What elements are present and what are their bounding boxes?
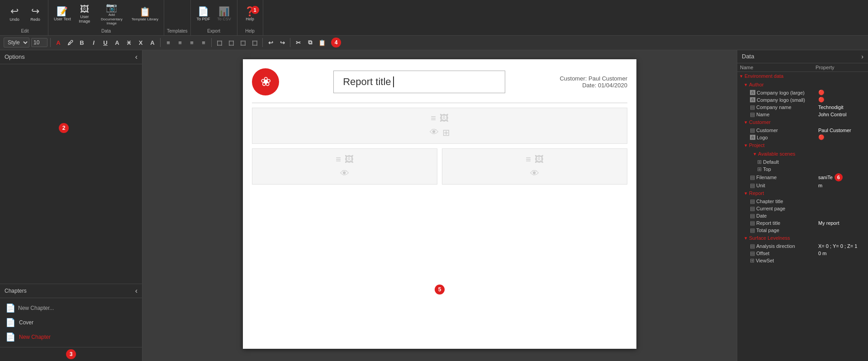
row-total-page[interactable]: ▤ Total page: [737, 227, 868, 234]
row-company-logo-small[interactable]: 🅰 Company logo (small) 🔴: [737, 96, 868, 104]
italic-button[interactable]: I: [89, 38, 99, 47]
tpl-eye-icon-1: 👁: [430, 127, 439, 138]
align-right-button[interactable]: ≡: [187, 38, 197, 47]
underline-button[interactable]: U: [100, 38, 110, 47]
row-report-title[interactable]: ▤ Report title My report: [737, 219, 868, 227]
align-center-button[interactable]: ≡: [175, 38, 185, 47]
align-justify-button[interactable]: ≡: [199, 38, 209, 47]
to-csv-button[interactable]: 📊 To CSV: [214, 5, 234, 24]
chevron-surface: ▾: [745, 235, 747, 241]
row-filename[interactable]: ▤ Filename saniTe 6: [737, 173, 868, 182]
subscript-button[interactable]: X: [136, 38, 146, 47]
chapter-item-new[interactable]: 📄 New Chapter: [0, 330, 142, 344]
name-val: John Control: [818, 112, 868, 117]
col-name-header: Name: [740, 65, 816, 70]
align-middle-button[interactable]: ⬚: [226, 38, 236, 47]
chevron-report: ▾: [745, 190, 747, 196]
badge-5: 5: [435, 285, 445, 294]
align-top-button[interactable]: ⬚: [214, 38, 224, 47]
row-unit[interactable]: ▤ Unit m: [737, 182, 868, 189]
row-offset[interactable]: ▤ Offset 0 m: [737, 250, 868, 257]
group-environment[interactable]: ▾ Environment data: [737, 72, 868, 81]
page-canvas: ❀ Report title Customer: Paul Customer D…: [243, 59, 636, 349]
chapters-collapse-button[interactable]: ‹: [135, 287, 138, 295]
company-logo: ❀: [252, 68, 279, 95]
row-top[interactable]: ⊞ Top: [737, 166, 868, 173]
default-icon: ⊞: [757, 159, 762, 165]
redo-format-button[interactable]: ↪: [277, 38, 287, 47]
template-library-button[interactable]: 📋 Template Library: [129, 5, 161, 24]
font-large-button[interactable]: A: [112, 38, 122, 47]
group-customer[interactable]: ▾ Customer: [737, 118, 868, 127]
undo-button[interactable]: ↩ Undo: [5, 5, 24, 24]
paste-button[interactable]: 📋: [317, 38, 327, 47]
chevron-customer: ▾: [745, 119, 747, 125]
bold-button[interactable]: B: [77, 38, 87, 47]
customer-val: Paul Customer: [818, 128, 868, 133]
tpl-left-icons-top: ≡ 🖼: [336, 154, 354, 165]
row-company-logo-large[interactable]: 🅰 Company logo (large) 🔴: [737, 89, 868, 96]
row-viewset[interactable]: ⊞ ViewSet: [737, 257, 868, 264]
chapter-item-cover[interactable]: 📄 Cover: [0, 315, 142, 330]
viewset-icon: ⊞: [750, 257, 754, 264]
tpl-left-icons-bottom: 👁: [340, 168, 349, 179]
cut-button[interactable]: ✂: [293, 38, 303, 47]
row-name[interactable]: ▤ Name John Control: [737, 111, 868, 118]
group-author[interactable]: ▾ Author: [737, 81, 868, 89]
tpl-eye-icon-3: 👁: [530, 168, 539, 179]
company-name-val: Technodigit: [818, 104, 868, 110]
pdf-icon: 📄: [198, 7, 209, 16]
redo-button[interactable]: ↪ Redo: [25, 5, 45, 24]
highlight-button[interactable]: 🖊: [65, 38, 75, 47]
row-customer[interactable]: ▤ Customer Paul Customer: [737, 127, 868, 134]
user-image-label: User Image: [79, 14, 90, 24]
row-company-name[interactable]: ▤ Company name Technodigit: [737, 104, 868, 111]
options-collapse-button[interactable]: ‹: [135, 53, 138, 61]
row-date[interactable]: ▤ Date: [737, 212, 868, 219]
cover-customer-info: Customer: Paul Customer Date: 01/04/2020: [560, 75, 627, 89]
format-a-button[interactable]: A: [147, 38, 157, 47]
cover-divider: [252, 103, 627, 103]
user-text-button[interactable]: 📝 User Text: [51, 5, 74, 24]
font-color-button[interactable]: A: [53, 38, 63, 47]
row-current-page[interactable]: ▤ Current page: [737, 205, 868, 212]
new-chapter-button[interactable]: 📄 New Chapter...: [0, 301, 142, 315]
right-panel-expand-button[interactable]: ›: [861, 53, 863, 60]
row-analysis[interactable]: ▤ Analysis direction X= 0 ; Y= 0 ; Z= 1: [737, 242, 868, 250]
row-chapter-title[interactable]: ▤ Chapter title: [737, 198, 868, 205]
distribute-button[interactable]: ⬚: [250, 38, 260, 47]
canvas-area[interactable]: ❀ Report title Customer: Paul Customer D…: [142, 50, 737, 361]
align-left-button[interactable]: ≡: [163, 38, 173, 47]
style-select[interactable]: Style: [4, 38, 29, 48]
add-documentary-image-button[interactable]: 📷 Add Documentary Image: [95, 1, 128, 28]
tpl-icons-row2: 👁 ⊞: [430, 127, 450, 138]
row-logo[interactable]: 🅰 Logo 🔴: [737, 134, 868, 141]
strikethrough-button[interactable]: X: [124, 38, 134, 47]
chevron-author: ▾: [745, 82, 747, 88]
align-bottom-button[interactable]: ⬚: [238, 38, 248, 47]
edit-group-label: Edit: [21, 28, 28, 34]
copy-button[interactable]: ⧉: [305, 38, 315, 47]
to-pdf-button[interactable]: 📄 To PDF: [194, 5, 213, 24]
group-report[interactable]: ▾ Report: [737, 189, 868, 198]
template-block-left[interactable]: ≡ 🖼 👁: [252, 148, 437, 185]
new-chap-label: New Chapter: [19, 334, 51, 340]
analysis-icon: ▤: [750, 243, 755, 249]
col-property-header: Property: [816, 65, 865, 70]
font-size-input[interactable]: [31, 38, 47, 47]
sep5: [290, 38, 290, 47]
logo-icon: 🅰: [750, 134, 755, 141]
row-default[interactable]: ⊞ Default: [737, 158, 868, 166]
data-panel-title: Data: [742, 53, 754, 60]
template-block-full[interactable]: ≡ 🖼 👁 ⊞: [252, 108, 627, 144]
report-title-box[interactable]: Report title: [333, 71, 505, 93]
user-image-button[interactable]: 🖼 User Image: [75, 3, 95, 26]
undo-format-button[interactable]: ↩: [266, 38, 275, 47]
group-surface[interactable]: ▾ Surface Levelness: [737, 234, 868, 242]
offset-val: 0 m: [818, 251, 868, 256]
group-available-scenes[interactable]: ▾ Available scenes: [737, 150, 868, 158]
group-project[interactable]: ▾ Project: [737, 141, 868, 150]
template-block-right[interactable]: ≡ 🖼 👁: [442, 148, 627, 185]
new-chapter-icon: 📄: [5, 303, 15, 313]
cover-label: Cover: [19, 319, 33, 326]
